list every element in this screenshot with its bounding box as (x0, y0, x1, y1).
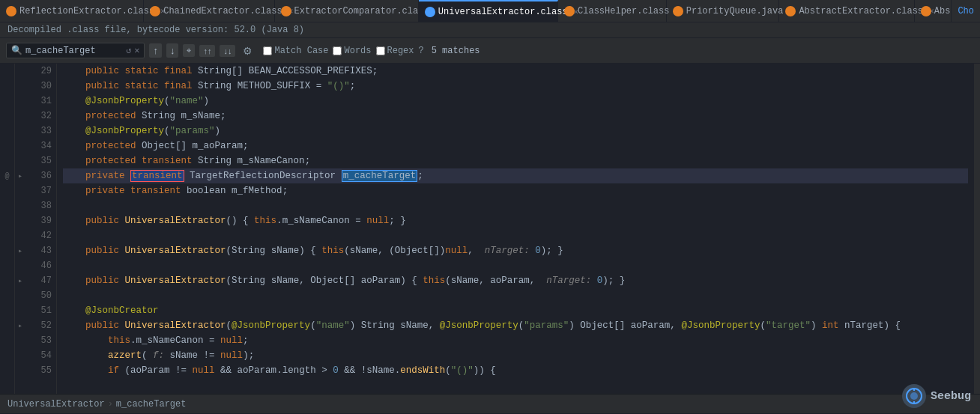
seebug-label: Seebug (931, 390, 971, 403)
code-line-30: public static final String METHOD_SUFFIX… (63, 79, 968, 94)
code-line-33: @JsonbProperty("params") (63, 124, 968, 138)
search-input-wrap: 🔍 ↺ ✕ (6, 43, 145, 58)
tab-overflow-button[interactable]: Cho (952, 6, 980, 16)
regex-option[interactable]: Regex (376, 46, 414, 56)
match-case-checkbox[interactable] (263, 46, 272, 55)
search-clear-icon[interactable]: ✕ (134, 45, 139, 56)
tab-label: PriorityQueue.java (686, 6, 784, 16)
tab-bar: ReflectionExtractor.class ✕ ChainedExtra… (0, 0, 980, 22)
decompile-info-text: Decompiled .class file, bytecode version… (7, 25, 304, 35)
tab-abs[interactable]: Abs (915, 0, 952, 22)
regex-help-icon[interactable]: ? (419, 46, 424, 56)
code-line-50 (63, 288, 968, 303)
code-line-43: public UniversalExtractor(String sName) … (63, 243, 968, 258)
words-checkbox[interactable] (333, 46, 342, 55)
search-options: Match Case Words Regex ? (263, 46, 423, 56)
search-find-prev2-button[interactable]: ↑↑ (199, 45, 215, 57)
search-refresh-icon[interactable]: ↺ (126, 45, 131, 56)
vertical-scrollbar[interactable] (974, 64, 980, 394)
code-line-42 (63, 228, 968, 243)
seebug-icon (902, 384, 926, 408)
code-line-52: public UniversalExtractor(@JsonbProperty… (63, 318, 968, 333)
code-line-29: public static final String[] BEAN_ACCESS… (63, 64, 968, 79)
breadcrumb-class[interactable]: UniversalExtractor (7, 399, 105, 410)
match-case-option[interactable]: Match Case (263, 46, 328, 56)
search-prev-button[interactable]: ↑ (149, 43, 162, 58)
code-editor: @ ▸ ▸ (0, 64, 980, 394)
search-icon: 🔍 (11, 45, 22, 56)
code-line-54: azzert( f: sName != null); (63, 348, 968, 363)
breadcrumb-separator: › (108, 399, 113, 410)
search-find-word-button[interactable]: ⌖ (183, 44, 195, 57)
tab-chained-extractor[interactable]: ChainedExtractor.class ✕ (144, 0, 274, 22)
words-label[interactable]: Words (344, 46, 371, 56)
code-line-32: protected String m_sName; (63, 109, 968, 124)
svg-point-1 (910, 392, 918, 400)
code-line-39: public UniversalExtractor() { this.m_sNa… (63, 213, 968, 228)
code-line-34: protected Object[] m_aoParam; (63, 138, 968, 153)
tab-universal-extractor[interactable]: UniversalExtractor.class ✕ (419, 0, 558, 22)
tab-label: Abs (934, 6, 951, 16)
breadcrumb-bar: UniversalExtractor › m_cacheTarget (0, 394, 980, 413)
app-window: ReflectionExtractor.class ✕ ChainedExtra… (0, 0, 980, 414)
code-line-55: if (aoParam != null && aoParam.length > … (63, 363, 968, 378)
fold-gutter: ▸ ▸ ▸ ▸ (15, 64, 25, 394)
tab-label: ReflectionExtractor.class (19, 6, 154, 16)
code-line-53: this.m_sNameCanon = null; (63, 333, 968, 348)
code-line-51: @JsonbCreator (63, 303, 968, 318)
tab-abstract-extractor[interactable]: AbstractExtractor.class ✕ (779, 0, 914, 22)
tab-label: ClassHelper.class (578, 6, 669, 16)
tab-label: AbstractExtractor.class (799, 6, 923, 16)
seebug-logo: Seebug (902, 384, 971, 408)
decompile-info-bar: Decompiled .class file, bytecode version… (0, 22, 980, 38)
code-line-36: private transient TargetReflectionDescri… (63, 168, 968, 183)
search-filter-button[interactable]: ⚙ (240, 43, 255, 58)
regex-checkbox[interactable] (376, 46, 385, 55)
code-line-31: @JsonbProperty("name") (63, 94, 968, 109)
tab-label: ChainedExtractor.class (163, 6, 282, 16)
regex-label[interactable]: Regex (387, 46, 414, 56)
search-bar: 🔍 ↺ ✕ ↑ ↓ ⌖ ↑↑ ↓↓ ⚙ Match Case Words Reg… (0, 38, 980, 64)
code-line-46 (63, 258, 968, 273)
words-option[interactable]: Words (333, 46, 371, 56)
line-numbers: 29 30 31 32 33 34 35 36 37 38 39 42 43 4… (25, 64, 57, 394)
breakpoint-gutter: @ (0, 64, 15, 394)
code-line-47: public UniversalExtractor(String sName, … (63, 273, 968, 288)
search-find-next2-button[interactable]: ↓↓ (220, 45, 235, 57)
breadcrumb-field[interactable]: m_cacheTarget (116, 399, 187, 410)
code-line-35: protected transient String m_sNameCanon; (63, 153, 968, 168)
match-case-label[interactable]: Match Case (274, 46, 328, 56)
tab-extractor-comparator[interactable]: ExtractorComparator.class ✕ (275, 0, 419, 22)
code-content[interactable]: public static final String[] BEAN_ACCESS… (57, 64, 974, 394)
tab-label: UniversalExtractor.class (438, 7, 568, 17)
tab-priority-queue[interactable]: PriorityQueue.java ✕ (667, 0, 780, 22)
search-input[interactable] (25, 46, 123, 56)
tab-class-helper[interactable]: ClassHelper.class ✕ (558, 0, 667, 22)
tab-label: ExtractorComparator.class (294, 6, 429, 16)
code-line-38 (63, 198, 968, 213)
tab-reflection-extractor[interactable]: ReflectionExtractor.class ✕ (0, 0, 144, 22)
search-next-button[interactable]: ↓ (166, 43, 179, 58)
code-line-37: private transient boolean m_fMethod; (63, 183, 968, 198)
search-matches-count: 5 matches (432, 46, 480, 56)
